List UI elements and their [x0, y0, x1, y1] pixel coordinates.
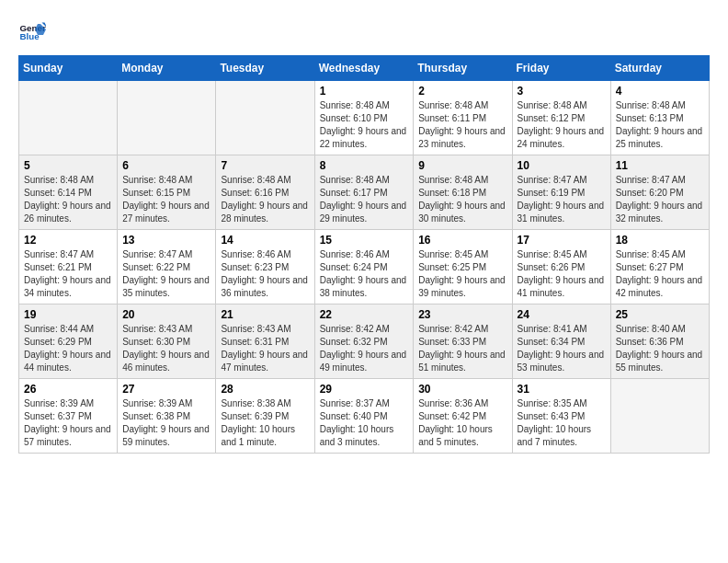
calendar-week-row: 12Sunrise: 8:47 AM Sunset: 6:21 PM Dayli… [19, 230, 710, 304]
day-number: 7 [221, 159, 309, 172]
day-number: 20 [122, 308, 210, 321]
calendar-cell: 12Sunrise: 8:47 AM Sunset: 6:21 PM Dayli… [19, 230, 118, 304]
day-info: Sunrise: 8:39 AM Sunset: 6:37 PM Dayligh… [24, 397, 112, 449]
day-info: Sunrise: 8:48 AM Sunset: 6:11 PM Dayligh… [418, 99, 506, 151]
day-info: Sunrise: 8:48 AM Sunset: 6:12 PM Dayligh… [518, 99, 606, 151]
day-number: 4 [616, 85, 704, 98]
day-number: 17 [518, 234, 606, 247]
calendar-cell: 14Sunrise: 8:46 AM Sunset: 6:23 PM Dayli… [216, 230, 314, 304]
day-number: 21 [221, 308, 309, 321]
day-number: 30 [418, 383, 506, 396]
day-info: Sunrise: 8:48 AM Sunset: 6:17 PM Dayligh… [320, 174, 409, 225]
header: General Blue [18, 18, 710, 46]
calendar-cell: 6Sunrise: 8:48 AM Sunset: 6:15 PM Daylig… [118, 155, 216, 230]
day-number: 24 [518, 308, 606, 321]
calendar-cell: 10Sunrise: 8:47 AM Sunset: 6:19 PM Dayli… [512, 155, 610, 230]
day-number: 18 [616, 234, 704, 247]
day-info: Sunrise: 8:48 AM Sunset: 6:10 PM Dayligh… [320, 99, 409, 151]
weekday-header-monday: Monday [118, 56, 216, 81]
calendar-cell: 4Sunrise: 8:48 AM Sunset: 6:13 PM Daylig… [610, 81, 709, 155]
day-info: Sunrise: 8:45 AM Sunset: 6:27 PM Dayligh… [616, 248, 704, 300]
calendar-week-row: 5Sunrise: 8:48 AM Sunset: 6:14 PM Daylig… [19, 155, 710, 230]
calendar-cell: 11Sunrise: 8:47 AM Sunset: 6:20 PM Dayli… [610, 155, 709, 230]
day-number: 26 [24, 383, 112, 396]
day-number: 25 [616, 308, 704, 321]
day-info: Sunrise: 8:41 AM Sunset: 6:34 PM Dayligh… [518, 323, 606, 374]
day-info: Sunrise: 8:46 AM Sunset: 6:24 PM Dayligh… [320, 248, 409, 300]
calendar-cell: 8Sunrise: 8:48 AM Sunset: 6:17 PM Daylig… [314, 155, 414, 230]
calendar-cell: 23Sunrise: 8:42 AM Sunset: 6:33 PM Dayli… [414, 304, 512, 379]
day-info: Sunrise: 8:48 AM Sunset: 6:16 PM Dayligh… [221, 174, 309, 225]
calendar-cell: 19Sunrise: 8:44 AM Sunset: 6:29 PM Dayli… [19, 304, 118, 379]
day-number: 2 [418, 85, 506, 98]
calendar-cell: 30Sunrise: 8:36 AM Sunset: 6:42 PM Dayli… [414, 379, 512, 454]
weekday-header-tuesday: Tuesday [216, 56, 314, 81]
calendar-cell: 27Sunrise: 8:39 AM Sunset: 6:38 PM Dayli… [118, 379, 216, 454]
day-info: Sunrise: 8:47 AM Sunset: 6:22 PM Dayligh… [122, 248, 210, 300]
day-info: Sunrise: 8:48 AM Sunset: 6:18 PM Dayligh… [418, 174, 506, 225]
calendar-cell: 5Sunrise: 8:48 AM Sunset: 6:14 PM Daylig… [19, 155, 118, 230]
day-number: 31 [518, 383, 606, 396]
calendar-cell: 26Sunrise: 8:39 AM Sunset: 6:37 PM Dayli… [19, 379, 118, 454]
day-number: 13 [122, 234, 210, 247]
day-info: Sunrise: 8:40 AM Sunset: 6:36 PM Dayligh… [616, 323, 704, 374]
calendar-cell: 16Sunrise: 8:45 AM Sunset: 6:25 PM Dayli… [414, 230, 512, 304]
calendar-cell: 21Sunrise: 8:43 AM Sunset: 6:31 PM Dayli… [216, 304, 314, 379]
weekday-header-sunday: Sunday [19, 56, 118, 81]
day-info: Sunrise: 8:48 AM Sunset: 6:15 PM Dayligh… [122, 174, 210, 225]
calendar-cell [216, 81, 314, 155]
day-info: Sunrise: 8:46 AM Sunset: 6:23 PM Dayligh… [221, 248, 309, 300]
calendar-week-row: 19Sunrise: 8:44 AM Sunset: 6:29 PM Dayli… [19, 304, 710, 379]
calendar-cell: 28Sunrise: 8:38 AM Sunset: 6:39 PM Dayli… [216, 379, 314, 454]
day-info: Sunrise: 8:47 AM Sunset: 6:19 PM Dayligh… [518, 174, 606, 225]
weekday-header-friday: Friday [512, 56, 610, 81]
day-number: 12 [24, 234, 112, 247]
day-info: Sunrise: 8:42 AM Sunset: 6:33 PM Dayligh… [418, 323, 506, 374]
day-number: 19 [24, 308, 112, 321]
day-info: Sunrise: 8:42 AM Sunset: 6:32 PM Dayligh… [320, 323, 409, 374]
logo-icon: General Blue [18, 18, 46, 46]
day-info: Sunrise: 8:48 AM Sunset: 6:14 PM Dayligh… [24, 174, 112, 225]
day-number: 16 [418, 234, 506, 247]
day-number: 23 [418, 308, 506, 321]
calendar-cell: 13Sunrise: 8:47 AM Sunset: 6:22 PM Dayli… [118, 230, 216, 304]
day-info: Sunrise: 8:47 AM Sunset: 6:21 PM Dayligh… [24, 248, 112, 300]
calendar-cell: 24Sunrise: 8:41 AM Sunset: 6:34 PM Dayli… [512, 304, 610, 379]
day-number: 27 [122, 383, 210, 396]
calendar-cell: 17Sunrise: 8:45 AM Sunset: 6:26 PM Dayli… [512, 230, 610, 304]
weekday-header-wednesday: Wednesday [314, 56, 414, 81]
day-number: 11 [616, 159, 704, 172]
day-number: 28 [221, 383, 309, 396]
day-info: Sunrise: 8:47 AM Sunset: 6:20 PM Dayligh… [616, 174, 704, 225]
weekday-header-saturday: Saturday [610, 56, 709, 81]
day-number: 5 [24, 159, 112, 172]
calendar-week-row: 1Sunrise: 8:48 AM Sunset: 6:10 PM Daylig… [19, 81, 710, 155]
day-number: 14 [221, 234, 309, 247]
calendar-cell [610, 379, 709, 454]
logo: General Blue [18, 18, 50, 46]
calendar-cell: 7Sunrise: 8:48 AM Sunset: 6:16 PM Daylig… [216, 155, 314, 230]
calendar-cell: 2Sunrise: 8:48 AM Sunset: 6:11 PM Daylig… [414, 81, 512, 155]
calendar-cell: 22Sunrise: 8:42 AM Sunset: 6:32 PM Dayli… [314, 304, 414, 379]
day-info: Sunrise: 8:36 AM Sunset: 6:42 PM Dayligh… [418, 397, 506, 449]
day-info: Sunrise: 8:45 AM Sunset: 6:25 PM Dayligh… [418, 248, 506, 300]
day-number: 10 [518, 159, 606, 172]
calendar: SundayMondayTuesdayWednesdayThursdayFrid… [18, 55, 710, 454]
calendar-cell [118, 81, 216, 155]
day-info: Sunrise: 8:37 AM Sunset: 6:40 PM Dayligh… [320, 397, 409, 449]
day-number: 3 [518, 85, 606, 98]
day-info: Sunrise: 8:39 AM Sunset: 6:38 PM Dayligh… [122, 397, 210, 449]
calendar-cell: 29Sunrise: 8:37 AM Sunset: 6:40 PM Dayli… [314, 379, 414, 454]
day-number: 9 [418, 159, 506, 172]
day-number: 22 [320, 308, 409, 321]
calendar-cell: 15Sunrise: 8:46 AM Sunset: 6:24 PM Dayli… [314, 230, 414, 304]
calendar-cell: 18Sunrise: 8:45 AM Sunset: 6:27 PM Dayli… [610, 230, 709, 304]
day-info: Sunrise: 8:48 AM Sunset: 6:13 PM Dayligh… [616, 99, 704, 151]
calendar-cell [19, 81, 118, 155]
calendar-cell: 9Sunrise: 8:48 AM Sunset: 6:18 PM Daylig… [414, 155, 512, 230]
calendar-cell: 31Sunrise: 8:35 AM Sunset: 6:43 PM Dayli… [512, 379, 610, 454]
calendar-cell: 25Sunrise: 8:40 AM Sunset: 6:36 PM Dayli… [610, 304, 709, 379]
day-info: Sunrise: 8:35 AM Sunset: 6:43 PM Dayligh… [518, 397, 606, 449]
calendar-cell: 3Sunrise: 8:48 AM Sunset: 6:12 PM Daylig… [512, 81, 610, 155]
day-info: Sunrise: 8:45 AM Sunset: 6:26 PM Dayligh… [518, 248, 606, 300]
